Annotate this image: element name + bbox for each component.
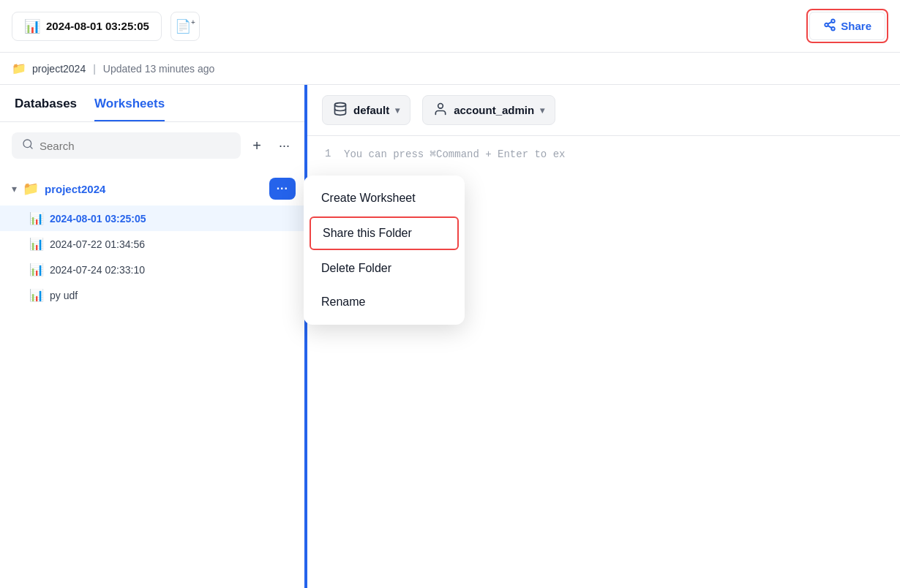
database-selector[interactable]: default ▾: [322, 95, 410, 125]
breadcrumb-bar: 📁 project2024 | Updated 13 minutes ago: [0, 53, 900, 85]
file-name-3: py udf: [50, 290, 78, 301]
svg-line-3: [828, 26, 832, 28]
db-icon: [333, 102, 348, 118]
tab-databases[interactable]: Databases: [15, 97, 77, 121]
share-label: Share: [841, 20, 871, 32]
context-dropdown-menu: Create Worksheet Share this Folder Delet…: [304, 176, 465, 325]
breadcrumb-separator: |: [93, 63, 96, 75]
main-layout: Databases Worksheets + ··· ▾ 📁 pro: [0, 85, 900, 588]
svg-line-4: [828, 22, 832, 24]
menu-item-delete-folder[interactable]: Delete Folder: [304, 252, 465, 285]
worksheet-icon-2: 📊: [29, 263, 44, 276]
line-number: 1: [325, 148, 331, 159]
worksheet-icon-3: 📊: [29, 288, 44, 302]
folder-icon: 📁: [23, 181, 39, 197]
worksheet-icon-1: 📊: [29, 237, 44, 251]
search-input[interactable]: [40, 140, 230, 152]
breadcrumb: 📁 project2024: [12, 61, 86, 75]
chevron-icon: ▾: [12, 183, 17, 195]
folder-row[interactable]: ▾ 📁 project2024 ···: [0, 172, 307, 206]
file-name-0: 2024-08-01 03:25:05: [50, 213, 146, 225]
breadcrumb-updated: Updated 13 minutes ago: [103, 63, 215, 75]
file-row-2[interactable]: 📊 2024-07-24 02:33:10: [0, 257, 307, 282]
user-chevron-icon: ▾: [540, 105, 544, 116]
active-tab[interactable]: 📊 2024-08-01 03:25:05: [12, 12, 162, 41]
folder-context-menu-button[interactable]: ···: [269, 178, 296, 200]
sidebar-tabs: Databases Worksheets: [0, 85, 307, 122]
editor-hint: You can press ⌘Command + Enter to ex: [344, 148, 565, 160]
file-name-1: 2024-07-22 01:34:56: [50, 238, 145, 250]
editor-toolbar: default ▾ account_admin ▾: [307, 85, 900, 136]
share-icon: [823, 18, 836, 34]
share-btn-wrapper: Share: [806, 9, 888, 43]
worksheet-icon: 📊: [24, 18, 40, 34]
menu-item-rename[interactable]: Rename: [304, 285, 465, 319]
file-row-3[interactable]: 📊 py udf: [0, 282, 307, 308]
file-tree: ▾ 📁 project2024 ··· 📊 2024-08-01 03:25:0…: [0, 169, 307, 588]
folder-icon: 📁: [12, 61, 26, 75]
user-name: account_admin: [454, 104, 534, 116]
search-area: + ···: [0, 122, 307, 169]
tab-worksheets[interactable]: Worksheets: [94, 97, 165, 121]
menu-item-create-worksheet[interactable]: Create Worksheet: [304, 181, 465, 215]
user-selector[interactable]: account_admin ▾: [422, 95, 555, 125]
svg-line-6: [30, 146, 32, 148]
file-row-0[interactable]: 📊 2024-08-01 03:25:05: [0, 206, 307, 231]
more-options-button[interactable]: ···: [273, 135, 296, 157]
file-row-1[interactable]: 📊 2024-07-22 01:34:56: [0, 231, 307, 257]
user-icon: [433, 102, 448, 118]
worksheet-icon-0: 📊: [29, 211, 44, 225]
tab-title: 2024-08-01 03:25:05: [46, 20, 149, 32]
db-chevron-icon: ▾: [395, 105, 400, 116]
file-name-2: 2024-07-24 02:33:10: [50, 264, 145, 276]
new-tab-icon: 📄+: [175, 18, 195, 34]
svg-point-7: [335, 103, 346, 107]
editor-area: default ▾ account_admin ▾ 1 You can pres…: [307, 85, 900, 588]
menu-item-share-folder[interactable]: Share this Folder: [311, 218, 457, 249]
folder-name: project2024: [45, 183, 105, 195]
top-bar: 📊 2024-08-01 03:25:05 📄+ Share: [0, 0, 900, 53]
sidebar: Databases Worksheets + ··· ▾ 📁 pro: [0, 85, 307, 588]
db-name: default: [353, 104, 389, 116]
search-icon: [22, 138, 34, 153]
folder-name: project2024: [32, 63, 86, 75]
svg-point-8: [438, 104, 443, 109]
new-tab-button[interactable]: 📄+: [170, 12, 200, 41]
share-button[interactable]: Share: [809, 12, 885, 40]
search-box: [12, 132, 241, 159]
add-button[interactable]: +: [247, 135, 267, 157]
